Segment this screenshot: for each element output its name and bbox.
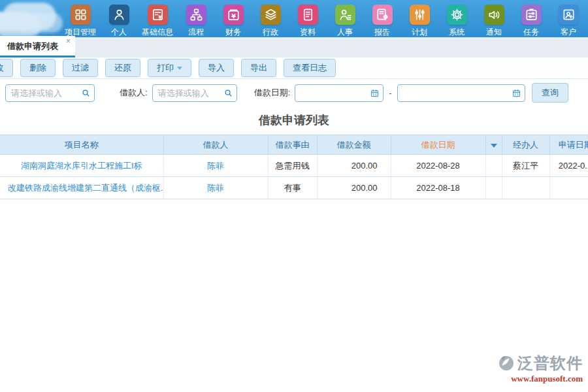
search-icon[interactable] [81, 88, 91, 98]
nav-item-basic-info[interactable]: ¥ 基础信息 [142, 5, 173, 37]
loan-date-label: 借款日期: [254, 87, 291, 99]
svg-text:¥: ¥ [158, 14, 162, 20]
reason-cell: 急需用钱 [268, 155, 317, 177]
nav-item-label: 报告 [374, 27, 390, 37]
apply-date-cell: 2022-0... [549, 155, 588, 177]
column-header-handler[interactable]: 经办人 [502, 135, 549, 155]
column-header-loan-date[interactable]: 借款日期 [391, 135, 485, 155]
nav-item-tasks[interactable]: 任务 [517, 5, 546, 37]
column-header-reason[interactable]: 借款事由 [268, 135, 317, 155]
borrower-link[interactable]: 陈菲 [163, 177, 268, 199]
column-header-borrower[interactable]: 借款人 [163, 135, 268, 155]
speaker-icon [484, 5, 504, 25]
nav-item-system[interactable]: 系统 [442, 5, 471, 37]
nav-item-label: 个人 [111, 27, 127, 37]
gear-icon [447, 5, 467, 25]
nav-item-label: 系统 [449, 27, 465, 37]
amount-cell: 200.00 [317, 155, 391, 177]
loan-date-to-input[interactable] [397, 84, 525, 102]
view-log-button[interactable]: 查看日志 [284, 59, 336, 77]
filter-button[interactable]: 过滤 [63, 59, 98, 77]
handler-cell [502, 177, 549, 199]
project-link[interactable]: 改建铁路成渝线增建第二直通线（成渝枢... [0, 177, 163, 199]
calendar-icon[interactable] [512, 88, 521, 98]
filter-bar: 借款人: 借款日期: - 查询 [0, 79, 588, 106]
nav-item-label: 流程 [188, 27, 204, 37]
page-title: 借款申请列表 [0, 106, 588, 135]
borrower-label: 借款人: [120, 87, 148, 99]
nav-item-documents[interactable]: 资料 [293, 5, 322, 37]
layers-icon [261, 5, 281, 25]
app-window: 项目管理 个人 ¥ 基础信息 流程 [0, 0, 588, 392]
sliders-icon [410, 5, 430, 25]
project-link[interactable]: 湖南洞庭湖水库引水工程施工I标 [0, 155, 163, 177]
report-mic-icon [372, 5, 393, 25]
tab-title: 借款申请列表 [7, 41, 58, 51]
nav-item-administration[interactable]: 行政 [256, 5, 285, 37]
svg-text:¥: ¥ [231, 12, 236, 20]
yen-box-icon: ¥ [223, 5, 244, 25]
tab-bar: 借款申请列表 × [0, 37, 588, 57]
table-header-row: 项目名称 借款人 借款事由 借款金额 借款日期 经办人 申请日期 [0, 135, 588, 155]
borrower-link[interactable]: 陈菲 [163, 155, 268, 177]
cloud-decoration [0, 12, 34, 31]
restore-button[interactable]: 还原 [105, 59, 140, 77]
document-yen-icon: ¥ [148, 5, 168, 25]
edit-button[interactable]: 修改 [0, 59, 13, 77]
brand-url: www.fanpusoft.com [498, 374, 583, 384]
nav-item-reports[interactable]: 报告 [368, 5, 397, 37]
nav-item-project-management[interactable]: 项目管理 [65, 5, 96, 37]
loan-date-cell: 2022-08-18 [391, 177, 485, 199]
nav-item-workflow[interactable]: 流程 [182, 5, 210, 37]
nav-item-customers[interactable]: 客户 [554, 5, 583, 37]
delete-button[interactable]: 删除 [20, 59, 56, 77]
calendar-icon[interactable] [370, 88, 380, 98]
apply-date-cell [549, 177, 588, 199]
nav-item-label: 计划 [412, 27, 427, 37]
column-header-amount[interactable]: 借款金额 [317, 135, 391, 155]
column-sort-cell[interactable] [485, 135, 502, 155]
document-icon [298, 5, 318, 25]
column-header-apply-date[interactable]: 申请日期 [549, 135, 588, 155]
nav-item-label: 客户 [561, 27, 576, 37]
table-row[interactable]: 湖南洞庭湖水库引水工程施工I标 陈菲 急需用钱 200.00 2022-08-2… [0, 155, 588, 177]
table-row[interactable]: 改建铁路成渝线增建第二直通线（成渝枢... 陈菲 有事 200.00 2022-… [0, 177, 588, 199]
sort-spacer-cell [485, 177, 502, 199]
sort-dropdown-icon[interactable] [491, 144, 497, 148]
task-board-icon [521, 5, 542, 25]
search-icon[interactable] [223, 88, 233, 98]
nav-item-plans[interactable]: 计划 [405, 5, 434, 37]
nav-item-personal[interactable]: 个人 [105, 5, 133, 37]
export-button[interactable]: 导出 [241, 59, 276, 77]
nav-item-label: 基础信息 [142, 27, 173, 37]
print-button-label: 打印 [157, 62, 174, 74]
handler-cell: 蔡江平 [502, 155, 549, 177]
reason-cell: 有事 [268, 177, 317, 199]
nav-item-finance[interactable]: ¥ 财务 [219, 5, 248, 37]
import-button[interactable]: 导入 [199, 59, 234, 77]
nav-item-label: 通知 [486, 27, 502, 37]
customer-icon [559, 5, 579, 25]
loan-table: 项目名称 借款人 借款事由 借款金额 借款日期 经办人 申请日期 湖南洞庭湖水库… [0, 135, 588, 199]
nav-item-notifications[interactable]: 通知 [480, 5, 508, 37]
query-button[interactable]: 查询 [532, 83, 568, 103]
date-range-separator: - [389, 88, 391, 98]
tab-loan-application-list[interactable]: 借款申请列表 × [0, 36, 75, 57]
tab-close-icon[interactable]: × [66, 37, 71, 46]
nav-item-label: 任务 [523, 27, 539, 37]
chevron-down-icon [177, 67, 182, 70]
amount-cell: 200.00 [317, 177, 391, 199]
print-button[interactable]: 打印 [148, 59, 191, 77]
nav-item-label: 财务 [225, 27, 241, 37]
nav-item-hr[interactable]: 人事 [331, 5, 359, 37]
person-list-icon [335, 5, 355, 25]
nav-item-label: 行政 [263, 27, 278, 37]
nav-item-label: 资料 [300, 27, 316, 37]
fanpu-logo-icon [498, 355, 515, 372]
brand-footer: 泛普软件 www.fanpusoft.com [498, 353, 583, 384]
toolbar: 修改 删除 过滤 还原 打印 导入 导出 查看日志 [0, 57, 588, 79]
grid-icon [71, 5, 91, 25]
person-icon [109, 5, 129, 25]
loan-date-cell: 2022-08-28 [391, 155, 485, 177]
column-header-project[interactable]: 项目名称 [0, 135, 163, 155]
